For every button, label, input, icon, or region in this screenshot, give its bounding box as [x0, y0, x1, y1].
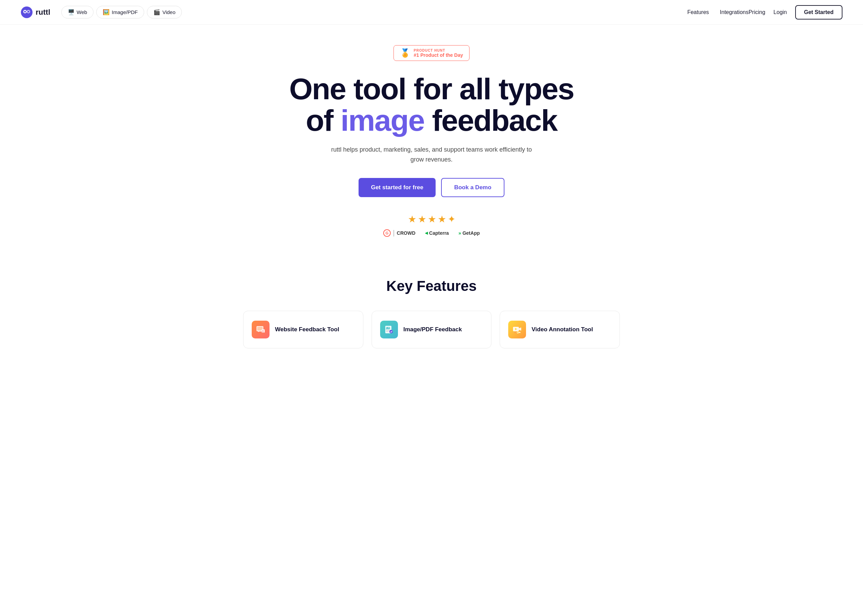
features-section-title: Key Features — [20, 278, 843, 294]
capterra-chevron-icon: ◂ — [425, 229, 428, 236]
svg-point-19 — [517, 332, 519, 333]
features-grid: Website Feedback Tool Image/PDF Feedback — [243, 311, 620, 348]
g2-divider: | — [393, 229, 395, 237]
svg-point-4 — [28, 11, 30, 12]
nav-pill-web[interactable]: 🖥️ Web — [61, 6, 94, 19]
feature-card-website-feedback[interactable]: Website Feedback Tool — [243, 311, 363, 348]
star-rating: ★ ★ ★ ★ ✦ — [408, 214, 455, 225]
svg-point-0 — [21, 6, 33, 18]
image-pdf-icon-card — [380, 321, 398, 338]
headline-part1: One tool for all types — [289, 72, 573, 106]
nav-pill-video[interactable]: 🎬 Video — [147, 6, 182, 19]
svg-rect-13 — [386, 331, 389, 332]
book-demo-button[interactable]: Book a Demo — [441, 178, 504, 197]
getapp-label: GetApp — [462, 230, 480, 236]
website-feedback-svg — [255, 324, 266, 335]
hero-cta-group: Get started for free Book a Demo — [359, 178, 504, 197]
svg-point-14 — [389, 330, 393, 333]
image-pdf-svg — [384, 324, 394, 335]
nav-pill-web-label: Web — [77, 9, 87, 15]
capterra-label: Capterra — [429, 230, 449, 236]
nav-link-integrations[interactable]: Integrations — [720, 9, 749, 16]
nav-link-features[interactable]: Features — [687, 9, 709, 16]
logo-icon — [20, 6, 33, 19]
svg-point-3 — [24, 11, 26, 12]
ph-title: #1 Product of the Day — [414, 52, 463, 58]
g2-label: CROWD — [397, 230, 416, 236]
feature-card-image-pdf[interactable]: Image/PDF Feedback — [372, 311, 492, 348]
website-feedback-label: Website Feedback Tool — [275, 326, 339, 333]
video-annotation-label: Video Annotation Tool — [531, 326, 593, 333]
nav-pills: 🖥️ Web 🖼️ Image/PDF 🎬 Video — [61, 6, 682, 19]
star-5-half: ✦ — [447, 214, 455, 225]
ph-text: PRODUCT HUNT #1 Product of the Day — [414, 49, 463, 58]
getapp-arrows-icon: » — [458, 230, 461, 236]
web-icon: 🖥️ — [68, 9, 75, 16]
medal-icon: 🏅 — [400, 48, 410, 58]
nav-links: Features Integrations — [687, 9, 749, 16]
headline-part2: of — [306, 103, 341, 137]
logo[interactable]: ruttl — [20, 6, 50, 19]
nav-pill-image-pdf[interactable]: 🖼️ Image/PDF — [96, 6, 144, 19]
getapp-logo: » GetApp — [458, 230, 480, 236]
hero-subtext: ruttl helps product, marketing, sales, a… — [325, 145, 538, 165]
star-1: ★ — [408, 214, 416, 225]
rating-logos: G | CROWD ◂ Capterra » GetApp — [383, 229, 480, 237]
star-4: ★ — [438, 214, 446, 225]
nav-pill-image-pdf-label: Image/PDF — [112, 9, 138, 15]
ph-label: PRODUCT HUNT — [414, 49, 445, 52]
video-annotation-icon-card — [508, 321, 526, 338]
feature-card-video-annotation[interactable]: Video Annotation Tool — [500, 311, 620, 348]
website-feedback-icon — [252, 321, 269, 338]
features-section: Key Features Website Feedback Tool — [0, 250, 863, 369]
navbar: ruttl 🖥️ Web 🖼️ Image/PDF 🎬 Video Featur… — [0, 0, 863, 25]
login-button[interactable]: Login — [773, 9, 787, 16]
ratings-section: ★ ★ ★ ★ ✦ G | CROWD ◂ Capterra » GetApp — [383, 214, 480, 237]
nav-pill-video-label: Video — [162, 9, 175, 15]
headline-highlight: image — [341, 103, 424, 137]
nav-actions: Pricing Login Get Started — [749, 5, 843, 19]
star-3: ★ — [428, 214, 436, 225]
headline-part3: feedback — [424, 103, 557, 137]
video-icon: 🎬 — [153, 9, 160, 16]
capterra-logo: ◂ Capterra — [425, 229, 449, 236]
star-2: ★ — [418, 214, 426, 225]
g2-crowd-logo: G | CROWD — [383, 229, 416, 237]
product-hunt-badge: 🏅 PRODUCT HUNT #1 Product of the Day — [394, 45, 469, 61]
nav-pricing[interactable]: Pricing — [749, 9, 765, 16]
video-annotation-svg — [512, 324, 522, 335]
g2-circle-icon: G — [383, 229, 391, 237]
svg-point-7 — [258, 331, 259, 332]
hero-headline: One tool for all types of image feedback — [289, 73, 573, 137]
hero-section: 🏅 PRODUCT HUNT #1 Product of the Day One… — [0, 25, 863, 250]
image-pdf-icon: 🖼️ — [103, 9, 110, 16]
image-pdf-feedback-label: Image/PDF Feedback — [403, 326, 462, 333]
get-started-nav-button[interactable]: Get Started — [795, 5, 843, 19]
logo-text: ruttl — [36, 8, 50, 17]
get-started-free-button[interactable]: Get started for free — [359, 178, 436, 197]
svg-rect-12 — [386, 330, 390, 331]
